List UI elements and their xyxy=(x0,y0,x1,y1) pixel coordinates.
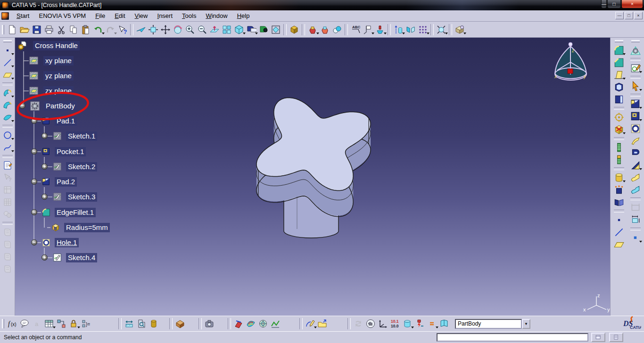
tree-sketch-3-label[interactable]: Sketch.3 xyxy=(66,192,97,202)
text-with-leader-button[interactable]: ABC xyxy=(349,24,362,36)
tree-pocket-1-label[interactable]: Pocket.1 xyxy=(55,147,86,156)
catalog-button[interactable] xyxy=(438,318,450,330)
mirror-planes-button[interactable] xyxy=(405,24,417,36)
comment-button[interactable] xyxy=(18,318,31,330)
print-button[interactable] xyxy=(43,24,55,36)
dropdown-arrow-icon[interactable] xyxy=(623,53,626,57)
mirror-button[interactable] xyxy=(613,196,625,208)
tree-pad-2-label[interactable]: Pad.2 xyxy=(55,177,77,187)
paste-button[interactable] xyxy=(80,24,92,36)
flag-note-button[interactable] xyxy=(362,24,374,36)
sweep-surface-button[interactable] xyxy=(1,111,14,123)
tree-sketch-3-expander[interactable]: + xyxy=(41,194,48,200)
axis-system-button[interactable] xyxy=(392,24,405,36)
catalog-browser-button[interactable] xyxy=(288,24,300,36)
rendering-camera-button[interactable] xyxy=(203,318,215,330)
instantiate-spheres-button[interactable] xyxy=(331,24,343,36)
electrical-connection-button[interactable] xyxy=(413,318,426,330)
scaling-button[interactable] xyxy=(613,111,625,123)
extrude-surface-button[interactable] xyxy=(1,87,14,99)
toolbar-handle[interactable] xyxy=(615,40,623,42)
menu-enovia-v5-vpm[interactable]: ENOVIA V5 VPM xyxy=(34,11,91,20)
workbench-button[interactable] xyxy=(629,44,642,57)
design-table-button[interactable] xyxy=(43,318,55,330)
tree-edgefillet-1-label[interactable]: EdgeFillet.1 xyxy=(55,208,96,217)
tree-sketch-2-expander[interactable]: + xyxy=(41,163,48,170)
dropdown-arrow-icon[interactable] xyxy=(384,33,387,36)
tree-sketch-1-expander[interactable]: + xyxy=(41,133,48,139)
tree-sketch-2-label[interactable]: Sketch.2 xyxy=(66,162,97,172)
dropdown-arrow-icon[interactable] xyxy=(639,107,642,110)
cutting-plane-analysis-button[interactable] xyxy=(257,318,269,330)
slot-button[interactable] xyxy=(629,147,642,159)
line-button[interactable] xyxy=(1,57,14,69)
weld-feature-button[interactable] xyxy=(374,24,386,36)
whats-this-button[interactable]: ? xyxy=(116,24,129,36)
isometric-view-button[interactable] xyxy=(233,24,245,36)
fit-all-in-button[interactable] xyxy=(147,24,159,36)
dropdown-arrow-icon[interactable] xyxy=(11,150,14,154)
line-small-button[interactable] xyxy=(613,226,625,238)
dropdown-arrow-icon[interactable] xyxy=(11,120,14,123)
view-mode-button[interactable] xyxy=(270,24,282,36)
sketcher-button[interactable] xyxy=(629,62,642,74)
dropdown-arrow-icon[interactable] xyxy=(445,33,448,36)
zoom-in-button[interactable] xyxy=(184,24,196,36)
copy-button[interactable] xyxy=(67,24,80,36)
knowledge-inspector-button[interactable] xyxy=(306,24,319,36)
knowledge-link-button[interactable] xyxy=(55,318,67,330)
knowledge-advisor-button[interactable] xyxy=(319,24,331,36)
formula-button[interactable]: f(x) xyxy=(6,318,18,330)
sketch-solving-button[interactable] xyxy=(316,318,329,330)
tree-edgefillet-1-expander[interactable]: − xyxy=(31,209,37,215)
draft-angle-button[interactable] xyxy=(613,69,625,81)
toolbar-handle[interactable] xyxy=(2,25,4,34)
pan-button[interactable] xyxy=(159,24,172,36)
new-document-button[interactable] xyxy=(6,24,18,36)
tree-hole-1-label[interactable]: Hole.1 xyxy=(55,238,79,247)
open-file-button[interactable] xyxy=(18,24,31,36)
dropdown-arrow-icon[interactable] xyxy=(427,33,429,36)
constraint-dimension-button[interactable] xyxy=(629,214,642,226)
equivalent-dimensions-button[interactable]: }= xyxy=(80,318,92,330)
dropdown-arrow-icon[interactable] xyxy=(639,168,642,172)
lock-parameter-button[interactable] xyxy=(67,318,80,330)
scale-transform-button[interactable] xyxy=(435,24,447,36)
measure-inertia-button[interactable] xyxy=(148,318,160,330)
menu-window[interactable]: Window xyxy=(201,11,232,20)
minimize-button[interactable]: — xyxy=(601,0,607,8)
apply-material-box-button[interactable] xyxy=(454,24,466,36)
dropdown-arrow-icon[interactable] xyxy=(11,96,14,99)
tree-xy-plane-label[interactable]: xy plane xyxy=(43,56,74,65)
mdi-minimize-button[interactable]: — xyxy=(615,12,624,19)
dropdown-arrow-icon[interactable] xyxy=(11,138,14,141)
manipulation-button[interactable] xyxy=(364,318,377,330)
circle-button[interactable] xyxy=(1,129,14,141)
chamfer-button[interactable] xyxy=(613,57,625,69)
mdi-close-button[interactable]: × xyxy=(634,12,643,19)
shaft-button[interactable] xyxy=(613,172,625,184)
draft-analysis-button[interactable] xyxy=(232,318,245,330)
thread-button[interactable] xyxy=(613,141,625,154)
tree-sketch-1-label[interactable]: Sketch.1 xyxy=(66,131,97,141)
curvature-analysis-button[interactable] xyxy=(269,318,281,330)
mean-dimensions-button[interactable]: 10.110.0 xyxy=(389,318,401,330)
shell-button[interactable] xyxy=(613,81,625,93)
toolbar-handle[interactable] xyxy=(631,40,640,42)
menu-help[interactable]: Help xyxy=(232,11,255,20)
dropdown-arrow-icon[interactable] xyxy=(639,89,642,92)
toolbar-handle[interactable] xyxy=(2,319,4,328)
axis-system-bottom-button[interactable] xyxy=(377,318,389,330)
command-input[interactable] xyxy=(437,333,588,342)
normal-view-button[interactable] xyxy=(208,24,221,36)
removed-loft-button[interactable] xyxy=(629,184,642,196)
dropdown-arrow-icon[interactable] xyxy=(623,180,626,184)
plane-small-button[interactable] xyxy=(613,238,625,251)
view-compass[interactable]: z x y xyxy=(551,41,593,88)
close-button[interactable]: × xyxy=(621,0,643,8)
swap-visible-space-button[interactable] xyxy=(257,24,270,36)
dropdown-arrow-icon[interactable] xyxy=(11,53,14,57)
pad-button[interactable] xyxy=(629,98,642,110)
menu-view[interactable]: View xyxy=(130,11,153,20)
dropdown-arrow-icon[interactable] xyxy=(639,119,642,122)
